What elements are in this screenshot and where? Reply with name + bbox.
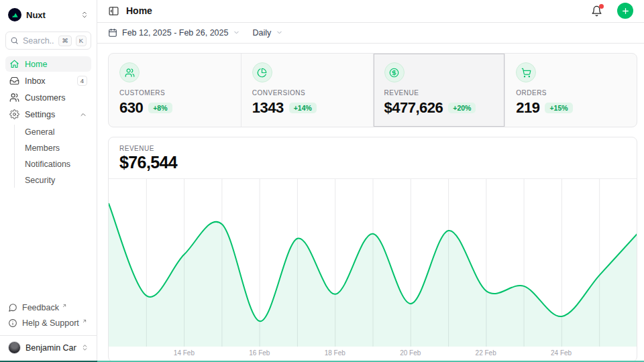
notification-dot: [599, 4, 604, 9]
search-input[interactable]: Search... ⌘ K: [5, 32, 91, 50]
users-icon: [119, 62, 140, 82]
add-button[interactable]: [617, 3, 633, 19]
search-icon: [10, 36, 19, 45]
feedback-link[interactable]: Feedback: [5, 301, 91, 314]
sidebar-item-label: Home: [25, 60, 87, 69]
dollar-circle-icon: [384, 62, 405, 82]
stat-label: CUSTOMERS: [119, 89, 230, 97]
sidebar-footer: Feedback Help & Support: [5, 301, 91, 334]
collapse-sidebar-button[interactable]: [108, 5, 119, 17]
user-name: Benjamin Canac: [25, 343, 76, 353]
sidebar: Nuxt Search... ⌘ K Home: [0, 0, 97, 362]
info-circle-icon: [8, 318, 17, 328]
x-axis-tick: 16 Feb: [249, 349, 270, 357]
x-axis-tick: 14 Feb: [174, 349, 195, 357]
stats-row: CUSTOMERS 630 +8% CONVERSIONS 1343 +14%: [108, 53, 637, 127]
date-range-label: Feb 12, 2025 - Feb 26, 2025: [122, 28, 228, 38]
app-window: Nuxt Search... ⌘ K Home: [0, 0, 644, 362]
user-menu[interactable]: Benjamin Canac: [0, 335, 97, 357]
x-axis-tick: 20 Feb: [400, 349, 421, 357]
notifications-button[interactable]: [590, 4, 604, 18]
stat-delta-badge: +8%: [148, 103, 172, 113]
chevron-up-icon: [79, 111, 87, 119]
sidebar-item-label: Settings: [25, 110, 74, 119]
chart-x-axis: 14 Feb 16 Feb 18 Feb 20 Feb 22 Feb 24 Fe…: [109, 347, 637, 361]
search-placeholder: Search...: [23, 36, 54, 46]
x-axis-tick: 22 Feb: [476, 349, 496, 357]
sidebar-item-home[interactable]: Home: [5, 56, 91, 72]
kbd-cmd: ⌘: [58, 36, 72, 46]
x-axis-tick: 18 Feb: [325, 349, 345, 357]
chevron-down-icon: [233, 29, 240, 36]
sidebar-item-notifications[interactable]: Notifications: [22, 157, 91, 172]
chevrons-up-down-icon: [80, 11, 89, 19]
dashboard-content: CUSTOMERS 630 +8% CONVERSIONS 1343 +14%: [97, 44, 644, 362]
x-axis-tick: 24 Feb: [551, 349, 572, 357]
inbox-icon: [9, 76, 19, 86]
stat-value: 219: [516, 99, 539, 117]
settings-submenu: General Members Notifications Security: [14, 125, 91, 188]
feedback-label: Feedback: [22, 303, 59, 312]
sidebar-item-inbox[interactable]: Inbox 4: [5, 73, 91, 88]
users-icon: [9, 93, 19, 103]
calendar-icon: [108, 28, 117, 38]
shopping-cart-icon: [516, 62, 536, 82]
stat-value: 630: [119, 99, 143, 117]
stat-label: ORDERS: [516, 89, 626, 97]
date-range-picker[interactable]: Feb 12, 2025 - Feb 26, 2025: [108, 28, 240, 38]
stat-card-conversions[interactable]: CONVERSIONS 1343 +14%: [241, 54, 373, 127]
chevron-down-icon: [276, 29, 283, 36]
chart-header: REVENUE $76,544: [109, 137, 637, 179]
nuxt-logo-icon: [8, 8, 21, 21]
sidebar-item-general[interactable]: General: [22, 125, 91, 139]
page-title: Home: [126, 5, 583, 16]
sidebar-item-security[interactable]: Security: [22, 173, 91, 188]
period-label: Daily: [252, 28, 271, 38]
sidebar-item-settings[interactable]: Settings: [5, 107, 91, 122]
chart-metric-label: REVENUE: [119, 145, 626, 152]
gear-icon: [9, 109, 19, 119]
external-link-icon: [82, 316, 87, 326]
main-area: Home Feb 12, 2025 - Feb 26, 2025 Daily: [97, 0, 644, 362]
stat-value: 1343: [252, 99, 284, 117]
page-header: Home: [97, 0, 644, 23]
revenue-chart-card: REVENUE $76,544 14 Feb 16 Feb 18 Feb 20 …: [108, 137, 637, 362]
sidebar-nav: Home Inbox 4 Customers Settings: [5, 56, 91, 188]
stat-card-customers[interactable]: CUSTOMERS 630 +8%: [109, 54, 241, 127]
sidebar-item-label: Inbox: [25, 76, 72, 86]
pie-chart-icon: [252, 62, 272, 82]
stat-label: REVENUE: [384, 89, 494, 97]
sidebar-item-customers[interactable]: Customers: [5, 90, 91, 105]
help-support-label: Help & Support: [22, 318, 79, 328]
chevrons-up-down-icon: [81, 344, 89, 351]
help-support-link[interactable]: Help & Support: [5, 316, 91, 330]
avatar: [8, 341, 21, 354]
chart-metric-value: $76,544: [119, 153, 626, 172]
revenue-chart-svg: [109, 179, 637, 347]
home-icon: [9, 59, 19, 69]
stat-card-orders[interactable]: ORDERS 219 +15%: [504, 54, 637, 127]
filters-toolbar: Feb 12, 2025 - Feb 26, 2025 Daily: [97, 23, 644, 44]
chart-plot-area[interactable]: [109, 179, 637, 347]
stat-value: $477,626: [384, 99, 443, 117]
workspace-switcher[interactable]: Nuxt: [5, 6, 91, 23]
workspace-name: Nuxt: [26, 10, 76, 20]
period-select[interactable]: Daily: [252, 28, 283, 38]
kbd-k: K: [76, 36, 87, 46]
stat-delta-badge: +14%: [289, 103, 317, 113]
external-link-icon: [62, 301, 67, 310]
stat-delta-badge: +20%: [448, 103, 476, 113]
stat-delta-badge: +15%: [545, 103, 572, 113]
stat-card-revenue[interactable]: REVENUE $477,626 +20%: [373, 54, 505, 127]
sidebar-item-members[interactable]: Members: [22, 141, 91, 156]
inbox-count-badge: 4: [77, 76, 87, 86]
sidebar-item-label: Customers: [25, 93, 87, 103]
message-bubble-icon: [8, 303, 17, 312]
stat-label: CONVERSIONS: [252, 89, 362, 97]
